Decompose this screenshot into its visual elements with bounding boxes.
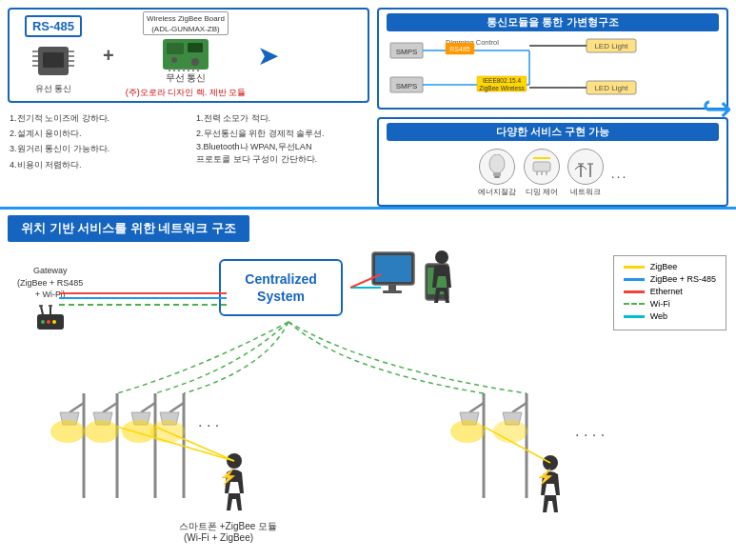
svg-rect-5 <box>69 50 74 52</box>
central-system-box: Centralized System <box>219 259 343 316</box>
service-label-1: 디밍 제어 <box>526 187 558 197</box>
service-item-0: 에너지절감 <box>478 149 516 197</box>
gateway-box: Gateway(ZigBee + RS485+ Wi-Fi) <box>17 265 83 331</box>
svg-text:ZigBee Wireless: ZigBee Wireless <box>479 85 525 92</box>
plus-sign: + <box>103 45 114 67</box>
svg-rect-62 <box>375 255 411 282</box>
svg-rect-64 <box>383 290 402 293</box>
dimming-icon <box>529 154 554 179</box>
zigbee-feat-1: 1.전력 소모가 적다. <box>196 110 368 126</box>
svg-line-92 <box>469 403 484 412</box>
svg-rect-44 <box>533 162 550 171</box>
svg-marker-76 <box>60 412 79 425</box>
rs485-sublabel: 유선 통신 <box>35 83 72 95</box>
svg-point-85 <box>122 420 156 443</box>
svg-point-81 <box>85 420 119 443</box>
svg-rect-12 <box>188 43 203 52</box>
rs485-features: 1.전기적 노이즈에 강하다. 2.설계시 용이하다. 3.원거리 통신이 가능… <box>10 110 181 172</box>
svg-text:IEEE802.15.4: IEEE802.15.4 <box>483 77 521 84</box>
svg-text:스마트폰 +ZigBee 모듈: 스마트폰 +ZigBee 모듈 <box>179 521 277 531</box>
legend-label-zigbee: ZigBee <box>650 262 678 271</box>
service-item-2: 네트워크 <box>567 149 604 197</box>
svg-text:. . .: . . . <box>198 413 219 430</box>
zigbee-feat-2: 2.무선통신을 위한 경제적 솔루션. <box>196 126 368 141</box>
service-icon-1 <box>524 149 560 185</box>
svg-point-98 <box>493 420 527 443</box>
svg-point-68 <box>435 250 448 264</box>
svg-rect-9 <box>43 52 64 68</box>
svg-point-89 <box>150 420 185 443</box>
svg-rect-2 <box>32 55 38 57</box>
zigbee-feat-3: 3.Bluetooth나 WPAN,무선LAN프로토콜 보다 구성이 간단하다. <box>196 141 368 165</box>
service-label-0: 에너지절감 <box>478 187 516 197</box>
legend-line-rs485 <box>624 278 645 281</box>
svg-marker-84 <box>131 412 150 425</box>
svg-line-79 <box>103 403 117 412</box>
legend-zigbee-rs485: ZigBee + RS-485 <box>624 274 716 284</box>
circuit-area: SMPS SMPS Dimming Control LED Light LED … <box>387 35 719 104</box>
svg-line-54 <box>41 307 43 314</box>
svg-point-60 <box>52 320 56 324</box>
legend-label-web: Web <box>650 311 667 321</box>
zigbee-sublabel: 무선 통신 <box>166 71 207 85</box>
zigbee-component: Wireless ZigBee Board (ADL-GUNMAX-ZB) <box>126 11 247 100</box>
comm-module-title: 통신모듈을 통한 가변형구조 <box>387 13 719 31</box>
network-title: 위치 기반 서비스를 위한 네트워크 구조 <box>8 215 249 242</box>
svg-text:LED Light: LED Light <box>594 84 628 92</box>
svg-line-75 <box>70 403 84 412</box>
rs485-feat-2: 2.설계시 용이하다. <box>10 126 181 141</box>
rs485-feat-3: 3.원거리 통신이 가능하다. <box>10 141 181 156</box>
legend-label-wifi: Wi-Fi <box>650 299 670 309</box>
central-system-label: Centralized System <box>221 270 341 305</box>
svg-rect-42 <box>493 172 501 176</box>
energy-icon <box>485 154 509 179</box>
service-item-1: 디밍 제어 <box>524 149 560 197</box>
svg-point-13 <box>191 58 199 66</box>
board-svg <box>161 37 210 71</box>
svg-text:SMPS: SMPS <box>396 82 418 90</box>
service-icon-0 <box>479 149 515 185</box>
svg-rect-43 <box>494 176 500 178</box>
services-dots: ... <box>611 166 628 181</box>
circuit-svg: SMPS SMPS Dimming Control LED Light LED … <box>387 35 719 104</box>
svg-text:(Wi-Fi + ZigBee): (Wi-Fi + ZigBee) <box>184 532 253 543</box>
left-panel: RS-485 <box>8 8 369 199</box>
svg-point-56 <box>39 305 43 308</box>
top-section: RS-485 <box>0 0 736 210</box>
gateway-label: Gateway(ZigBee + RS485+ Wi-Fi) <box>17 265 83 301</box>
svg-point-100 <box>543 455 558 470</box>
legend-line-zigbee <box>624 266 645 269</box>
comm-module-box: 통신모듈을 통한 가변형구조 SMPS SMPS Dimming Control… <box>377 8 728 110</box>
legend-ethernet: Ethernet <box>624 287 716 296</box>
services-box: 다양한 서비스 구현 가능 에너지절감 <box>377 117 728 207</box>
network-icon <box>573 154 598 179</box>
svg-marker-97 <box>503 412 522 425</box>
rs485-component: RS-485 <box>15 15 91 95</box>
legend-label-ethernet: Ethernet <box>650 287 683 296</box>
chip-svg <box>30 41 76 81</box>
svg-line-105 <box>155 427 234 461</box>
legend-line-web <box>624 315 645 318</box>
svg-marker-88 <box>160 412 179 425</box>
svg-point-94 <box>450 420 485 443</box>
components-row: RS-485 <box>8 8 369 103</box>
service-label-2: 네트워크 <box>570 187 601 197</box>
svg-rect-8 <box>69 65 74 67</box>
svg-point-58 <box>41 320 45 324</box>
zigbee-features: 1.전력 소모가 적다. 2.무선통신을 위한 경제적 솔루션. 3.Bluet… <box>196 110 368 172</box>
svg-rect-7 <box>69 60 74 62</box>
curved-arrow: ↩ <box>702 88 732 130</box>
right-panel: 통신모듈을 통한 가변형구조 SMPS SMPS Dimming Control… <box>377 8 728 199</box>
svg-line-83 <box>141 403 155 412</box>
svg-line-87 <box>169 403 184 412</box>
legend-line-wifi <box>624 303 645 305</box>
legend-web: Web <box>624 311 716 321</box>
svg-rect-63 <box>388 285 396 290</box>
rs485-feat-4: 4.비용이 저렴하다. <box>10 157 181 172</box>
brand-text: (주)오로라 디자인 렉. 제반 모듈 <box>126 87 247 99</box>
svg-rect-4 <box>32 65 38 67</box>
legend-line-ethernet <box>624 290 645 293</box>
arrow-right: ➤ <box>257 40 279 71</box>
svg-rect-6 <box>69 55 74 57</box>
svg-point-57 <box>49 305 52 308</box>
